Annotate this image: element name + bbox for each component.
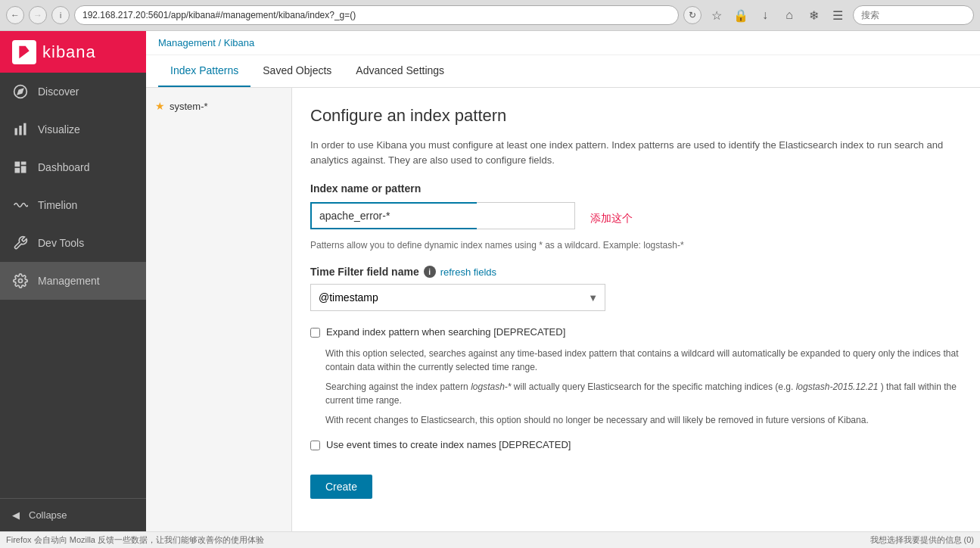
svg-rect-4 — [23, 123, 26, 135]
svg-rect-7 — [15, 168, 20, 173]
event-times-checkbox[interactable] — [310, 441, 320, 450]
home-button[interactable]: ⌂ — [779, 5, 800, 26]
app-container: kibana Discover Visualize Dashboard — [0, 31, 980, 531]
back-button[interactable]: ← — [6, 6, 24, 24]
svg-rect-2 — [15, 128, 17, 135]
dashboard-icon — [12, 159, 29, 176]
breadcrumb-separator: / — [219, 37, 222, 48]
management-label: Management — [38, 275, 100, 287]
browser-action-buttons: ☆ 🔒 ↓ ⌂ ❄ ☰ — [706, 5, 848, 26]
search-input[interactable] — [853, 5, 974, 25]
browser-toolbar: ← → i ↻ ☆ 🔒 ↓ ⌂ ❄ ☰ — [0, 0, 980, 30]
info-button[interactable]: i — [51, 6, 70, 24]
sidebar-item-discover[interactable]: Discover — [0, 73, 146, 111]
timestamp-select[interactable]: @timestamp — [310, 284, 605, 311]
svg-rect-3 — [19, 126, 21, 135]
wrench-icon — [12, 235, 29, 251]
expand-checkbox[interactable] — [310, 328, 320, 338]
breadcrumb: Management / Kibana — [146, 31, 980, 55]
checkbox2-label[interactable]: Use event times to create index names [D… — [326, 439, 571, 450]
sidebar-item-timelion[interactable]: Timelion — [0, 186, 146, 224]
browser-chrome: ← → i ↻ ☆ 🔒 ↓ ⌂ ❄ ☰ — [0, 0, 980, 31]
header-area: Management / Kibana Index Patterns Saved… — [146, 31, 980, 88]
svg-rect-8 — [21, 166, 26, 173]
checkbox1-desc3: With recent changes to Elasticsearch, th… — [325, 413, 962, 427]
index-extra-input[interactable] — [477, 202, 575, 229]
svg-rect-5 — [15, 162, 20, 167]
sidebar: kibana Discover Visualize Dashboard — [0, 31, 146, 531]
checkbox1-row: Expand index pattern when searching [DEP… — [310, 326, 962, 338]
sidebar-item-management[interactable]: Management — [0, 262, 146, 300]
create-button[interactable]: Create — [310, 475, 372, 499]
pattern-name: system-* — [170, 101, 208, 112]
timestamp-select-wrapper: @timestamp ▼ — [310, 284, 605, 311]
download-button[interactable]: ↓ — [754, 5, 776, 26]
left-panel: ★ system-* — [146, 88, 292, 531]
sidebar-item-devtools[interactable]: Dev Tools — [0, 224, 146, 262]
sidebar-item-dashboard[interactable]: Dashboard — [0, 148, 146, 186]
forward-button[interactable]: → — [29, 6, 47, 24]
compass-icon — [12, 83, 29, 100]
main-content: Configure an index pattern In order to u… — [292, 88, 980, 531]
svg-point-9 — [19, 279, 23, 283]
timelion-label: Timelion — [38, 199, 77, 211]
tab-saved-objects[interactable]: Saved Objects — [250, 55, 344, 87]
info-icon[interactable]: i — [424, 266, 436, 278]
tab-index-patterns[interactable]: Index Patterns — [158, 55, 250, 87]
refresh-fields-link[interactable]: refresh fields — [440, 266, 496, 278]
tab-advanced-settings[interactable]: Advanced Settings — [344, 55, 456, 87]
collapse-icon: ◀ — [12, 509, 20, 521]
checkbox1-desc1: With this option selected, searches agai… — [325, 347, 962, 374]
desc2-pre: Searching against the index pattern — [325, 381, 471, 392]
pocket-button[interactable]: ❄ — [803, 5, 824, 26]
checkbox1-desc2: Searching against the index pattern logs… — [325, 380, 962, 407]
status-bar-right: 我想选择我要提供的信息 (0) — [870, 534, 975, 546]
status-bar-left: Firefox 会自动向 Mozilla 反馈一些数据，让我们能够改善你的使用体… — [6, 534, 264, 546]
discover-label: Discover — [38, 86, 79, 98]
header-tabs: Index Patterns Saved Objects Advanced Se… — [146, 55, 980, 87]
desc2-italic2: logstash-2015.12.21 — [796, 381, 879, 392]
index-name-input[interactable] — [310, 202, 477, 229]
dashboard-label: Dashboard — [38, 161, 90, 173]
star-icon: ★ — [155, 100, 165, 112]
refresh-button[interactable]: ↻ — [683, 6, 702, 24]
breadcrumb-kibana[interactable]: Kibana — [224, 37, 254, 48]
shield-button[interactable]: 🔒 — [730, 5, 751, 26]
kibana-logo-text: kibana — [42, 42, 96, 62]
visualize-label: Visualize — [38, 123, 80, 135]
status-bar: Firefox 会自动向 Mozilla 反馈一些数据，让我们能够改善你的使用体… — [0, 531, 980, 548]
bar-chart-icon — [12, 121, 29, 138]
index-input-row — [310, 202, 575, 229]
svg-marker-1 — [17, 89, 23, 94]
time-filter-label-row: Time Filter field name i refresh fields — [310, 266, 962, 278]
page-description: In order to use Kibana you must configur… — [310, 138, 962, 167]
collapse-button[interactable]: ◀ Collapse — [0, 498, 146, 531]
svg-rect-6 — [21, 162, 26, 165]
index-label: Index name or pattern — [310, 182, 962, 195]
sidebar-logo: kibana — [0, 31, 146, 73]
devtools-label: Dev Tools — [38, 237, 84, 249]
page-title: Configure an index pattern — [310, 106, 962, 126]
sidebar-item-visualize[interactable]: Visualize — [0, 111, 146, 148]
collapse-label: Collapse — [29, 509, 67, 521]
annotation-text: 添加这个 — [590, 212, 633, 226]
gear-icon — [12, 272, 29, 289]
bookmark-button[interactable]: ☆ — [706, 5, 727, 26]
breadcrumb-management[interactable]: Management — [158, 37, 216, 48]
pattern-item-system[interactable]: ★ system-* — [146, 94, 291, 118]
hint-text: Patterns allow you to define dynamic ind… — [310, 240, 962, 251]
desc2-mid: will actually query Elasticsearch for th… — [512, 381, 796, 392]
url-bar[interactable] — [74, 5, 679, 25]
menu-button[interactable]: ☰ — [827, 5, 848, 26]
sidebar-nav: Discover Visualize Dashboard Timelion — [0, 73, 146, 498]
checkbox1-label[interactable]: Expand index pattern when searching [DEP… — [326, 326, 565, 338]
desc2-italic1: logstash-* — [471, 381, 511, 392]
wave-icon — [12, 197, 29, 213]
kibana-logo-icon — [12, 40, 36, 64]
time-filter-label-text: Time Filter field name — [310, 266, 419, 278]
checkbox2-row: Use event times to create index names [D… — [310, 439, 962, 450]
